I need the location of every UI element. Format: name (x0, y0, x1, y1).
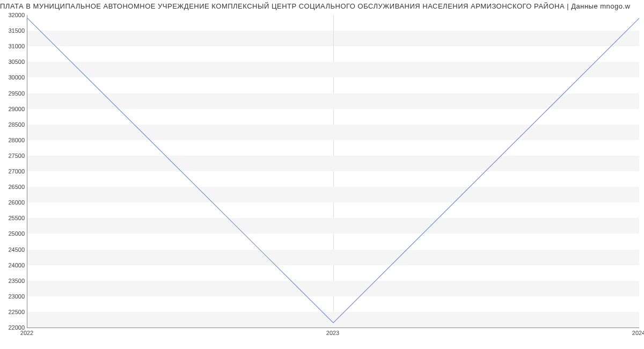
chart-title: ПЛАТА В МУНИЦИПАЛЬНОЕ АВТОНОМНОЕ УЧРЕЖДЕ… (0, 2, 644, 10)
y-tick-label: 31000 (1, 43, 25, 49)
y-tick-label: 25500 (1, 215, 25, 221)
y-tick-label: 30000 (1, 74, 25, 81)
y-tick-label: 28000 (1, 137, 25, 143)
y-tick-label: 22500 (1, 309, 25, 315)
y-tick-label: 25000 (1, 230, 25, 237)
x-tick-label: 2023 (326, 330, 339, 336)
x-tick-label: 2022 (20, 330, 33, 336)
y-tick-label: 29500 (1, 90, 25, 97)
y-tick-label: 29000 (1, 106, 25, 112)
x-tick-label: 2024 (632, 330, 644, 336)
y-tick-label: 23000 (1, 293, 25, 300)
chart-container: ПЛАТА В МУНИЦИПАЛЬНОЕ АВТОНОМНОЕ УЧРЕЖДЕ… (0, 0, 644, 349)
y-tick-label: 24500 (1, 246, 25, 253)
y-tick-label: 28500 (1, 121, 25, 128)
y-tick-label: 26000 (1, 199, 25, 206)
y-tick-label: 32000 (1, 12, 25, 18)
y-tick-label: 27500 (1, 152, 25, 159)
y-tick-label: 31500 (1, 27, 25, 34)
y-tick-label: 23500 (1, 278, 25, 284)
y-tick-label: 26500 (1, 184, 25, 190)
line-series (27, 15, 639, 328)
y-tick-label: 24000 (1, 262, 25, 268)
y-tick-label: 27000 (1, 168, 25, 174)
plot-area (27, 15, 639, 328)
y-tick-label: 30500 (1, 59, 25, 65)
